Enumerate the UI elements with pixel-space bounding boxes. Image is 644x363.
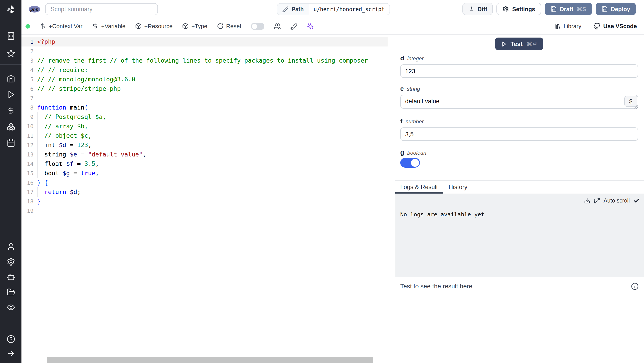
line-number: 5 bbox=[22, 75, 34, 84]
script-summary-input[interactable] bbox=[45, 3, 158, 15]
audit-eye-icon[interactable] bbox=[6, 303, 15, 312]
code-line[interactable]: 13 string $e = "default value", bbox=[22, 150, 388, 159]
variables-dollar-icon[interactable] bbox=[6, 106, 15, 115]
code-line[interactable]: 10 // array $b, bbox=[22, 122, 388, 131]
result-placeholder: Test to see the result here bbox=[400, 283, 472, 290]
main-area: php Path u/henri/honored_script Diff Set… bbox=[22, 0, 644, 363]
dollar-icon bbox=[39, 23, 46, 29]
pencil-icon bbox=[282, 6, 288, 12]
code-line[interactable]: 18} bbox=[22, 197, 388, 206]
sidebar-divider bbox=[0, 64, 22, 65]
line-number: 10 bbox=[22, 122, 34, 131]
resize-handle-icon[interactable] bbox=[634, 105, 638, 109]
check-icon[interactable] bbox=[633, 198, 640, 204]
runs-play-icon[interactable] bbox=[6, 90, 15, 99]
settings-button[interactable]: Settings bbox=[497, 3, 541, 15]
test-button[interactable]: Test ⌘↵ bbox=[495, 37, 544, 50]
play-icon bbox=[501, 41, 506, 47]
code-line[interactable]: 5// // monolog/monolog@3.6.0 bbox=[22, 75, 388, 84]
info-icon[interactable] bbox=[631, 283, 639, 290]
code-line[interactable]: 6// // stripe/stripe-php bbox=[22, 84, 388, 93]
code-line[interactable]: 12 int $d = 123, bbox=[22, 140, 388, 150]
code-line[interactable]: 2 bbox=[22, 46, 388, 56]
path-pill[interactable]: Path u/henri/honored_script bbox=[277, 3, 390, 15]
line-number: 11 bbox=[22, 131, 34, 140]
download-logs-icon[interactable] bbox=[584, 198, 590, 204]
library-button[interactable]: Library bbox=[554, 23, 582, 29]
settings-gear-icon[interactable] bbox=[6, 258, 15, 266]
line-number: 6 bbox=[22, 84, 34, 93]
expand-logs-icon[interactable] bbox=[594, 198, 600, 204]
line-number: 2 bbox=[22, 46, 34, 56]
folders-icon[interactable] bbox=[6, 288, 15, 296]
field-e-input[interactable]: default value bbox=[400, 95, 638, 109]
code-line[interactable]: 4// // require: bbox=[22, 65, 388, 75]
code-line[interactable]: 16) { bbox=[22, 178, 388, 187]
toolbar-right: Library Use VScode bbox=[554, 22, 637, 30]
schedules-calendar-icon[interactable] bbox=[6, 139, 15, 147]
code-line[interactable]: 7 bbox=[22, 93, 388, 103]
content-split: 1<?php23// remove the first // of the fo… bbox=[22, 35, 644, 363]
field-label-e: e string bbox=[400, 85, 638, 92]
field-d-input[interactable] bbox=[400, 64, 638, 78]
code-line[interactable]: 15 bool $g = true, bbox=[22, 169, 388, 178]
auto-scroll-label[interactable]: Auto scroll bbox=[604, 198, 630, 204]
test-form: Test ⌘↵ d integer e string default bbox=[395, 35, 644, 168]
code-line[interactable]: 8function main( bbox=[22, 103, 388, 112]
field-g-toggle[interactable] bbox=[400, 158, 420, 168]
dollar-icon bbox=[92, 23, 98, 29]
draft-button[interactable]: Draft ⌘S bbox=[544, 3, 592, 15]
code-line[interactable]: 9 // Postgresql $a, bbox=[22, 112, 388, 122]
save-icon bbox=[550, 6, 556, 12]
field-f-input[interactable] bbox=[400, 127, 638, 141]
path-label-section: Path bbox=[277, 3, 308, 15]
add-resource-button[interactable]: +Resource bbox=[135, 23, 172, 29]
tab-history[interactable]: History bbox=[443, 181, 473, 194]
package-icon bbox=[135, 23, 142, 29]
test-shortcut: ⌘↵ bbox=[526, 40, 538, 47]
code-lines: 1<?php23// remove the first // of the fo… bbox=[22, 37, 388, 215]
library-icon bbox=[554, 23, 561, 29]
help-icon[interactable] bbox=[6, 335, 15, 343]
resources-boxes-icon[interactable] bbox=[6, 122, 15, 131]
home-icon[interactable] bbox=[6, 74, 15, 83]
ai-sparkles-icon[interactable] bbox=[306, 22, 314, 30]
add-type-button[interactable]: +Type bbox=[182, 23, 208, 29]
right-panel: Test ⌘↵ d integer e string default bbox=[395, 35, 644, 363]
line-number: 3 bbox=[22, 56, 34, 65]
multiplayer-users-icon[interactable] bbox=[274, 22, 281, 30]
user-icon[interactable] bbox=[6, 242, 15, 251]
reset-button[interactable]: Reset bbox=[217, 23, 241, 29]
field-label-d: d integer bbox=[400, 54, 638, 62]
line-number: 15 bbox=[22, 169, 34, 178]
windmill-logo-icon[interactable] bbox=[5, 4, 16, 15]
code-line[interactable]: 14 float $f = 3.5, bbox=[22, 159, 388, 169]
field-label-g: g boolean bbox=[400, 149, 638, 156]
line-number: 16 bbox=[22, 178, 34, 187]
expand-sidebar-arrow-icon[interactable] bbox=[6, 349, 15, 358]
workers-robot-icon[interactable] bbox=[6, 273, 15, 281]
favorites-star-icon[interactable] bbox=[6, 49, 15, 58]
deploy-button[interactable]: Deploy bbox=[596, 3, 636, 15]
workspace-icon[interactable] bbox=[6, 32, 15, 40]
code-line[interactable]: 1<?php bbox=[22, 37, 388, 46]
tab-logs-result[interactable]: Logs & Result bbox=[395, 181, 443, 194]
format-brush-icon[interactable] bbox=[290, 22, 297, 30]
add-context-var-button[interactable]: +Context Var bbox=[39, 23, 82, 29]
horizontal-scrollbar[interactable] bbox=[47, 357, 373, 363]
code-line[interactable]: 19 bbox=[22, 206, 388, 215]
code-line[interactable]: 17 return $d; bbox=[22, 187, 388, 197]
use-vscode-button[interactable]: Use VScode bbox=[594, 22, 637, 30]
app-window: php Path u/henri/honored_script Diff Set… bbox=[0, 0, 644, 363]
code-line[interactable]: 3// remove the first // of the following… bbox=[22, 56, 388, 65]
package-icon bbox=[182, 23, 189, 29]
code-editor[interactable]: 1<?php23// remove the first // of the fo… bbox=[22, 35, 388, 363]
add-variable-button[interactable]: +Variable bbox=[92, 23, 126, 29]
pane-splitter[interactable] bbox=[388, 35, 395, 363]
rotate-cw-icon bbox=[217, 23, 224, 29]
multiplayer-toggle[interactable] bbox=[251, 22, 264, 30]
line-number: 8 bbox=[22, 103, 34, 112]
diff-button[interactable]: Diff bbox=[462, 3, 493, 15]
code-line[interactable]: 11 // object $c, bbox=[22, 131, 388, 140]
line-number: 1 bbox=[22, 37, 34, 46]
